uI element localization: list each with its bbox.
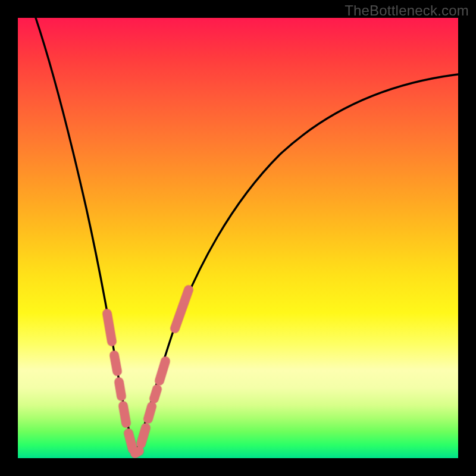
bottleneck-curve — [18, 18, 458, 458]
curve-right-branch — [136, 74, 458, 455]
plot-area — [18, 18, 458, 458]
marker-segments-outline — [107, 290, 189, 453]
watermark-text: TheBottleneck.com — [345, 2, 469, 19]
chart-frame: TheBottleneck.com — [0, 0, 476, 476]
